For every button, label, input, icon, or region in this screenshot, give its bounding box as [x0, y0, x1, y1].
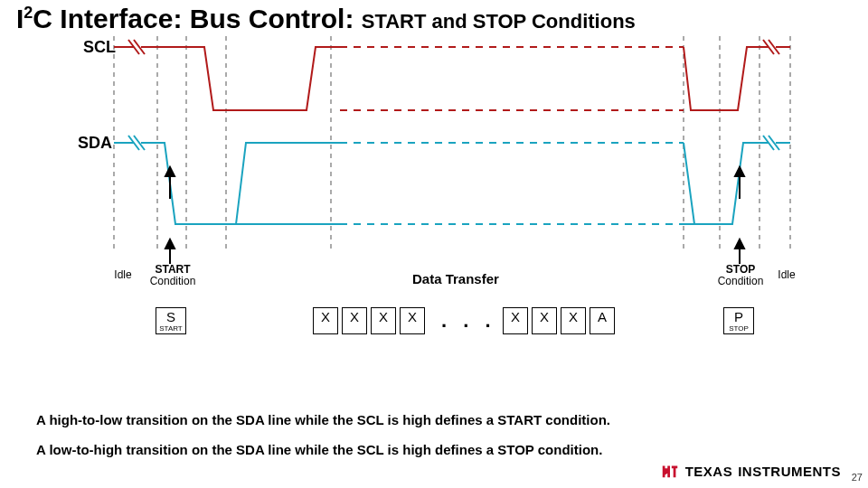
phase-idle-right: Idle [769, 269, 805, 281]
phase-stop: STOP Condition [716, 264, 765, 287]
box-ellipsis: . . . [441, 309, 496, 333]
box-bit-5: X [532, 307, 557, 334]
svg-marker-16 [735, 239, 744, 249]
timing-diagram: SCL SDA [51, 36, 819, 352]
svg-marker-12 [165, 239, 175, 249]
box-stop: P STOP [723, 307, 754, 334]
slide-title: I2C Interface: Bus Control: START and ST… [16, 4, 636, 34]
box-bit-3: X [400, 307, 425, 334]
box-bit-2: X [371, 307, 396, 334]
brand-word-1: TEXAS [685, 464, 733, 479]
brand-logo: TEXAS INSTRUMENTS [660, 461, 841, 481]
box-bit-4: X [503, 307, 528, 334]
box-bit-7: A [590, 307, 615, 334]
title-super: 2 [24, 4, 33, 22]
title-subtitle: START and STOP Conditions [362, 10, 636, 33]
ti-icon [660, 461, 680, 481]
phase-idle-left: Idle [105, 269, 141, 281]
page-number: 27 [852, 472, 863, 483]
phase-start: START Condition [148, 264, 197, 287]
svg-marker-14 [735, 167, 744, 176]
note-stop: A low-to-high transition on the SDA line… [36, 435, 610, 465]
note-start: A high-to-low transition on the SDA line… [36, 405, 610, 435]
box-bit-0: X [313, 307, 338, 334]
box-bit-1: X [342, 307, 367, 334]
phase-data: Data Transfer [412, 271, 499, 286]
waveform-svg [51, 36, 819, 271]
title-suffix: C Interface: Bus Control: [33, 4, 354, 33]
svg-marker-10 [165, 167, 175, 176]
brand-word-2: INSTRUMENTS [738, 464, 841, 479]
box-bit-6: X [561, 307, 586, 334]
box-start: S START [156, 307, 186, 334]
notes: A high-to-low transition on the SDA line… [36, 405, 610, 465]
